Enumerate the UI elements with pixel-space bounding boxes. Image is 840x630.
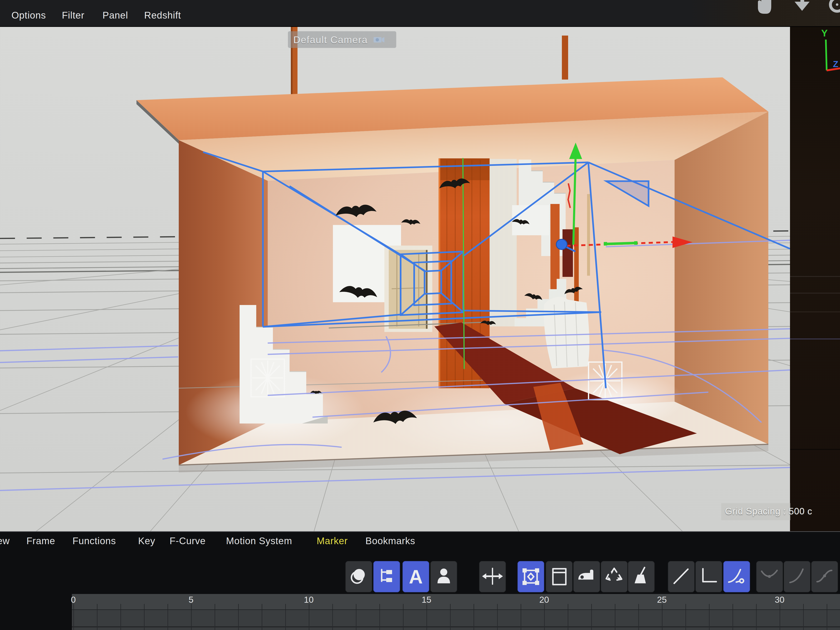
ruler-tick bbox=[426, 604, 427, 609]
dopesheet-column-line bbox=[685, 610, 686, 630]
dopesheet-column-line bbox=[426, 610, 427, 630]
dopesheet-column-line bbox=[120, 610, 121, 630]
axis-y-label-slot: Y bbox=[821, 28, 828, 38]
ruler-tick bbox=[544, 604, 545, 609]
ruler-tick bbox=[262, 604, 262, 609]
ruler-tick bbox=[615, 604, 616, 609]
ruler-tick bbox=[403, 604, 404, 609]
hierarchy-button[interactable] bbox=[373, 561, 400, 592]
3d-viewport[interactable]: Default Camera bbox=[0, 26, 790, 531]
dopesheet-column-line bbox=[803, 610, 804, 630]
tan-stick bbox=[587, 194, 590, 276]
spheres-button[interactable] bbox=[346, 561, 372, 592]
c4d-application-window: { "top_menu": {"items": ["Options", "Fil… bbox=[0, 0, 840, 630]
dopesheet-column-line bbox=[497, 610, 498, 630]
orange-pole-right bbox=[562, 36, 568, 80]
dopesheet-column-line bbox=[591, 610, 592, 630]
ruler-tick bbox=[709, 604, 710, 609]
ruler-tick bbox=[756, 604, 757, 609]
h-move-button[interactable] bbox=[479, 561, 506, 592]
ruler-label: 10 bbox=[304, 595, 314, 605]
grid-spacing-text: Grid Spacing : 500 c bbox=[725, 506, 812, 516]
dopesheet-column-line bbox=[827, 610, 827, 630]
spline-interpolation-button[interactable] bbox=[723, 561, 750, 592]
dopesheet-column-line bbox=[615, 610, 616, 630]
dopesheet-column-line bbox=[356, 610, 357, 630]
ruler-label: 15 bbox=[422, 595, 431, 605]
camera-label-text: Default Camera bbox=[293, 34, 368, 46]
dopesheet-column-line bbox=[144, 610, 145, 630]
ruler-tick bbox=[803, 604, 804, 609]
s-curve-button[interactable] bbox=[811, 561, 838, 592]
dopesheet-column-line bbox=[285, 610, 286, 630]
ruler-tick bbox=[120, 604, 121, 609]
ruler-tick bbox=[591, 604, 592, 609]
dopesheet-column-line bbox=[97, 610, 98, 630]
dopesheet-column-line bbox=[403, 610, 404, 630]
menu-functions[interactable]: Functions bbox=[73, 535, 116, 546]
viewport-outer-strip: Y Z bbox=[790, 13, 840, 531]
pan-hand-icon[interactable] bbox=[758, 0, 771, 14]
panel-window-button[interactable] bbox=[546, 561, 573, 592]
transform-region-button[interactable] bbox=[518, 561, 544, 592]
menu-frame[interactable]: Frame bbox=[27, 535, 55, 546]
viewport-scene bbox=[0, 26, 790, 531]
ruler-tick bbox=[827, 604, 827, 609]
menu-redshift[interactable]: Redshift bbox=[144, 9, 181, 21]
dopesheet-column-line bbox=[709, 610, 710, 630]
letter-a-button[interactable]: A bbox=[403, 561, 429, 592]
ruler-label: 25 bbox=[657, 595, 667, 605]
ruler-tick bbox=[733, 604, 733, 609]
ruler-tick bbox=[356, 604, 357, 609]
broom-button[interactable] bbox=[628, 561, 655, 592]
ruler-tick bbox=[97, 604, 98, 609]
grid-spacing-readout: Grid Spacing : 500 c bbox=[721, 503, 840, 520]
menu-marker[interactable]: Marker bbox=[317, 535, 348, 546]
dopesheet-column-line bbox=[544, 610, 545, 630]
dopesheet-column-line bbox=[379, 610, 380, 630]
dopesheet-column-line bbox=[215, 610, 215, 630]
menu-bookmarks[interactable]: Bookmarks bbox=[365, 535, 415, 546]
linear-interpolation-button[interactable] bbox=[668, 561, 695, 592]
menu-motion-system[interactable]: Motion System bbox=[226, 535, 292, 546]
svg-text:Z: Z bbox=[833, 59, 838, 69]
dopesheet-column-line bbox=[780, 610, 780, 630]
ruler-tick bbox=[144, 604, 145, 609]
ruler-tick bbox=[662, 604, 663, 609]
ruler-tick bbox=[685, 604, 686, 609]
dopesheet-grid[interactable] bbox=[72, 609, 840, 630]
camera-icon bbox=[373, 35, 385, 44]
menu-options[interactable]: Options bbox=[11, 9, 46, 21]
ease-curve-button[interactable] bbox=[784, 561, 810, 592]
ruler-tick bbox=[780, 604, 780, 609]
menu-panel[interactable]: Panel bbox=[103, 9, 128, 21]
recycle-button[interactable] bbox=[601, 561, 627, 592]
menu-f-curve[interactable]: F-Curve bbox=[170, 535, 205, 546]
dopesheet-column-line bbox=[262, 610, 262, 630]
timeline-ruler[interactable]: 0 5 10 15 20 25 30 bbox=[72, 594, 840, 609]
active-camera-label[interactable]: Default Camera bbox=[288, 31, 396, 48]
menu-filter[interactable]: Filter bbox=[62, 9, 84, 21]
ruler-label: 30 bbox=[775, 595, 785, 605]
iron-button[interactable] bbox=[573, 561, 600, 592]
object-origin-handle bbox=[556, 239, 567, 249]
ruler-label: 5 bbox=[188, 595, 193, 605]
dopesheet-column-line bbox=[73, 610, 74, 630]
dopesheet-column-line bbox=[191, 610, 192, 630]
ruler-tick bbox=[191, 604, 192, 609]
right-wall bbox=[674, 112, 768, 444]
view-toggle-icon[interactable] bbox=[831, 0, 840, 11]
ruler-label: 20 bbox=[539, 595, 549, 605]
valley-curve-button[interactable] bbox=[756, 561, 783, 592]
menu-key[interactable]: Key bbox=[138, 535, 155, 546]
timeline-panel: ew Frame Functions Key F-Curve Motion Sy… bbox=[0, 531, 840, 630]
maroon-strip bbox=[562, 229, 573, 277]
menu-view-cut[interactable]: ew bbox=[0, 535, 10, 546]
ruler-tick bbox=[167, 604, 168, 609]
person-button[interactable] bbox=[430, 561, 457, 592]
step-interpolation-button[interactable] bbox=[695, 561, 722, 592]
ruler-tick bbox=[497, 604, 498, 609]
zoom-arrow-icon[interactable] bbox=[794, 0, 810, 11]
viewport-controls bbox=[746, 0, 840, 14]
svg-text:A: A bbox=[409, 566, 423, 587]
